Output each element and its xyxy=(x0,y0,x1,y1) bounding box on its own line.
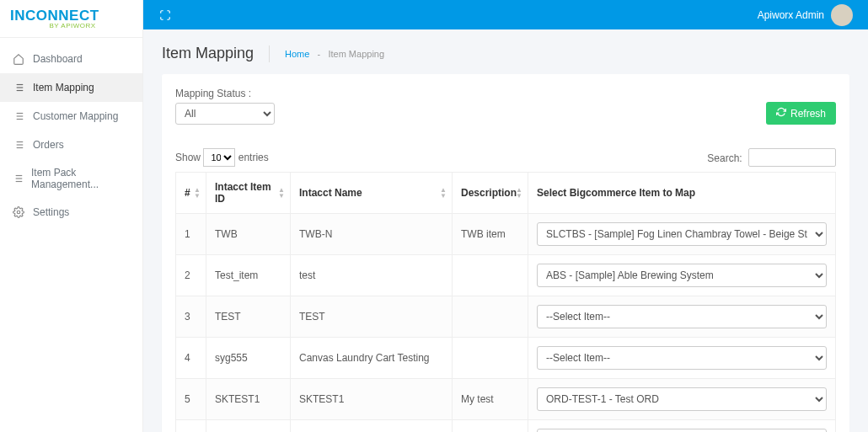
sidebar-item-item-mapping[interactable]: Item Mapping xyxy=(0,73,142,102)
brand-logo: INCONNECT BY APIWORX xyxy=(0,0,142,38)
sort-icon: ▲▼ xyxy=(278,187,285,199)
sort-icon: ▲▼ xyxy=(440,187,447,199)
title-divider xyxy=(269,45,270,62)
topbar: Apiworx Admin xyxy=(143,0,868,29)
bigcommerce-item-select[interactable]: --Select Item-- xyxy=(537,346,827,370)
avatar xyxy=(831,4,853,26)
main-card: Mapping Status : All Refresh Show 10 xyxy=(162,74,849,432)
svg-point-24 xyxy=(17,211,20,214)
col-map: Select Bigcommerce Item to Map xyxy=(528,173,836,214)
cell-num: 2 xyxy=(176,255,206,296)
mapping-status-select[interactable]: All xyxy=(175,103,275,125)
list-icon xyxy=(12,138,25,152)
sidebar-item-label: Orders xyxy=(33,139,64,151)
fullscreen-icon[interactable] xyxy=(158,8,172,22)
list-icon xyxy=(12,172,24,185)
cell-map: SLCTBS - [Sample] Fog Linen Chambray Tow… xyxy=(528,214,836,255)
table-row: 1TWBTWB-NTWB itemSLCTBS - [Sample] Fog L… xyxy=(176,214,836,255)
bigcommerce-item-select[interactable]: --Select Item-- xyxy=(537,429,827,432)
refresh-label: Refresh xyxy=(790,108,826,120)
breadcrumb-sep: - xyxy=(318,49,321,59)
refresh-button[interactable]: Refresh xyxy=(766,102,836,125)
breadcrumb-current: Item Mapping xyxy=(328,49,384,59)
cell-map: --Select Item-- xyxy=(528,338,836,379)
cell-desc: TWB item xyxy=(453,214,528,255)
bigcommerce-item-select[interactable]: SLCTBS - [Sample] Fog Linen Chambray Tow… xyxy=(537,222,827,246)
cell-name: TEST xyxy=(291,296,453,338)
cell-id: SKTEST1 xyxy=(206,379,291,420)
sidebar-item-customer-mapping[interactable]: Customer Mapping xyxy=(0,102,142,131)
cell-desc: My test xyxy=(453,379,528,420)
cell-desc xyxy=(453,338,528,379)
sidebar-item-label: Item Mapping xyxy=(33,82,94,93)
sidebar-item-pack-management[interactable]: Item Pack Management... xyxy=(0,159,142,198)
cell-num: 1 xyxy=(176,214,206,255)
search-control: Search: xyxy=(707,148,836,167)
sidebar-item-label: Dashboard xyxy=(33,53,83,65)
cell-id: TEST xyxy=(206,296,291,338)
cell-desc xyxy=(453,296,528,338)
sidebar-item-dashboard[interactable]: Dashboard xyxy=(0,45,142,73)
cell-desc xyxy=(453,420,528,432)
cell-num: 5 xyxy=(176,379,206,420)
cell-map: --Select Item-- xyxy=(528,420,836,432)
table-row: 4syg555Canvas Laundry Cart Testing--Sele… xyxy=(176,338,836,379)
cell-name: SKTEST1 xyxy=(291,379,453,420)
search-input[interactable] xyxy=(748,148,836,167)
page-length-select[interactable]: 10 xyxy=(203,148,235,167)
cell-num: 6 xyxy=(176,420,206,432)
cell-id: syg555 xyxy=(206,338,291,379)
col-number[interactable]: #▲▼ xyxy=(176,173,206,214)
page-title: Item Mapping xyxy=(162,45,254,62)
home-icon xyxy=(12,52,25,66)
col-description[interactable]: Description▲▼ xyxy=(453,173,528,214)
cell-num: 4 xyxy=(176,338,206,379)
bigcommerce-item-select[interactable]: --Select Item-- xyxy=(537,305,827,328)
sidebar-item-orders[interactable]: Orders xyxy=(0,131,142,159)
sort-icon: ▲▼ xyxy=(194,187,201,199)
show-suffix: entries xyxy=(238,152,269,163)
sort-icon: ▲▼ xyxy=(516,187,522,199)
sidebar-item-settings[interactable]: Settings xyxy=(0,198,142,227)
sidebar: INCONNECT BY APIWORX Dashboard Item Mapp… xyxy=(0,0,143,432)
bigcommerce-item-select[interactable]: ABS - [Sample] Able Brewing System xyxy=(537,264,827,287)
cell-num: 3 xyxy=(176,296,206,338)
refresh-icon xyxy=(776,107,786,120)
gear-icon xyxy=(12,205,25,219)
breadcrumb: Home - Item Mapping xyxy=(285,49,384,59)
mapping-table: #▲▼ Intacct Item ID▲▼ Intacct Name▲▼ Des… xyxy=(175,172,836,432)
table-row: 3TESTTEST--Select Item-- xyxy=(176,296,836,338)
cell-id: TWB xyxy=(206,214,291,255)
table-row: 6QSSIGD2Q-See Decoy Cameras--Select Item… xyxy=(176,420,836,432)
cell-name: test xyxy=(291,255,453,296)
cell-map: ABS - [Sample] Able Brewing System xyxy=(528,255,836,296)
cell-name: Canvas Laundry Cart Testing xyxy=(291,338,453,379)
cell-name: TWB-N xyxy=(291,214,453,255)
user-menu[interactable]: Apiworx Admin xyxy=(758,4,853,26)
sidebar-item-label: Item Pack Management... xyxy=(31,167,131,190)
cell-desc xyxy=(453,255,528,296)
cell-name: Q-See Decoy Cameras xyxy=(291,420,453,432)
cell-map: ORD-TEST-1 - Test ORD xyxy=(528,379,836,420)
list-icon xyxy=(12,81,25,94)
search-label: Search: xyxy=(707,152,742,164)
table-row: 2Test_itemtestABS - [Sample] Able Brewin… xyxy=(176,255,836,296)
bigcommerce-item-select[interactable]: ORD-TEST-1 - Test ORD xyxy=(537,387,827,411)
col-intacct-name[interactable]: Intacct Name▲▼ xyxy=(291,173,453,214)
show-prefix: Show xyxy=(175,152,201,163)
breadcrumb-home-link[interactable]: Home xyxy=(285,49,309,59)
user-name: Apiworx Admin xyxy=(758,9,824,21)
col-intacct-id[interactable]: Intacct Item ID▲▼ xyxy=(206,173,291,214)
sidebar-nav: Dashboard Item Mapping Customer Mapping … xyxy=(0,38,142,227)
filter-label: Mapping Status : xyxy=(175,88,275,99)
sidebar-item-label: Settings xyxy=(33,206,69,218)
sidebar-item-label: Customer Mapping xyxy=(33,110,118,122)
cell-id: Test_item xyxy=(206,255,291,296)
cell-id: QSSIGD2 xyxy=(206,420,291,432)
length-control: Show 10 entries xyxy=(175,148,269,167)
list-icon xyxy=(12,109,25,123)
table-row: 5SKTEST1SKTEST1My testORD-TEST-1 - Test … xyxy=(176,379,836,420)
cell-map: --Select Item-- xyxy=(528,296,836,338)
